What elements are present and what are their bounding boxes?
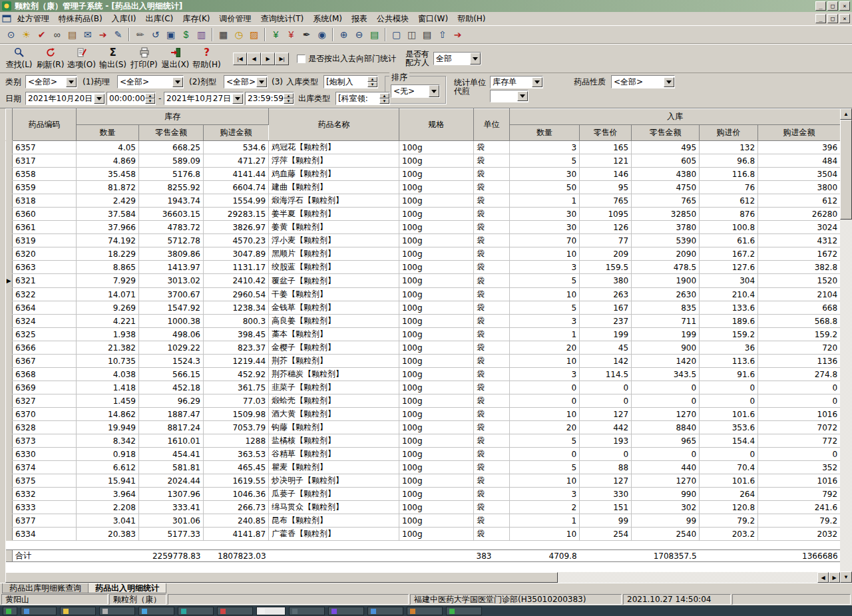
table-cell[interactable]: 10 — [510, 474, 580, 488]
table-row[interactable]: 636621.3821029.22823.37金樱子【颗粒剂】100g袋2045… — [6, 341, 841, 355]
edit-doc-icon[interactable]: ✎ — [110, 27, 126, 42]
table-cell[interactable]: 50 — [510, 181, 580, 194]
table-cell[interactable]: 21.382 — [77, 341, 139, 355]
table-cell[interactable]: 6370 — [13, 408, 77, 421]
table-cell[interactable]: 74.192 — [77, 234, 139, 247]
table-row[interactable]: 63649.2691547.921238.34金钱草【颗粒剂】100g袋5167… — [6, 301, 841, 315]
table-cell[interactable]: 6377 — [13, 514, 77, 528]
table-cell[interactable]: 0 — [758, 381, 840, 394]
table-cell[interactable]: 100g — [399, 421, 474, 434]
table-cell[interactable]: 6328 — [13, 421, 77, 434]
table-cell[interactable]: 100g — [399, 208, 474, 221]
table-cell[interactable]: 10 — [510, 288, 580, 301]
table-cell[interactable]: 6332 — [13, 488, 77, 501]
table-cell[interactable]: 772 — [758, 434, 840, 448]
menu-item[interactable]: 出库(C) — [141, 12, 178, 26]
table-cell[interactable]: 6604.74 — [204, 181, 269, 194]
table-row[interactable]: 637515.9412024.441619.55炒决明子【颗粒剂】100g袋10… — [6, 474, 841, 488]
table-cell[interactable]: 264 — [700, 488, 758, 501]
window-icon[interactable]: ▢ — [389, 27, 404, 42]
drug-property-select[interactable]: <全部> — [611, 75, 675, 88]
table-grid-icon[interactable]: ▦ — [216, 27, 231, 42]
table-cell[interactable]: 6358 — [13, 168, 77, 181]
table-cell[interactable]: 6366 — [13, 341, 77, 355]
table-cell[interactable]: 1270 — [632, 408, 700, 421]
table-cell[interactable]: 100g — [399, 301, 474, 315]
table-cell[interactable]: 1672 — [758, 247, 840, 261]
table-cell[interactable]: 6325 — [13, 328, 77, 341]
table-cell[interactable]: 袋 — [474, 288, 510, 301]
time-to-spinner[interactable]: 23:59:59▲▼ — [245, 92, 294, 105]
table-cell[interactable]: 127 — [580, 408, 632, 421]
table-cell[interactable]: 99 — [632, 514, 700, 528]
table-cell[interactable]: 1095 — [580, 208, 632, 221]
refresh-button[interactable]: 刷新(R) — [35, 45, 66, 72]
table-cell[interactable]: 77 — [580, 234, 632, 247]
table-cell[interactable]: 37.584 — [77, 208, 139, 221]
table-cell[interactable]: 6368 — [13, 368, 77, 381]
table-cell[interactable]: 1547.92 — [139, 301, 204, 315]
table-cell[interactable]: 5 — [510, 434, 580, 448]
table-cell[interactable]: 6363 — [13, 261, 77, 274]
table-row[interactable]: 633420.3835177.334141.87广藿香【颗粒剂】100g袋102… — [6, 528, 841, 541]
drug-property-dropdown-icon[interactable] — [664, 77, 674, 87]
settlement-money-icon[interactable]: $ — [178, 27, 194, 42]
time-to-up-icon[interactable]: ▲ — [284, 93, 294, 98]
table-cell[interactable]: 167.2 — [700, 247, 758, 261]
table-cell[interactable]: 鸡冠花【颗粒剂】 — [269, 141, 399, 154]
table-cell[interactable]: 3504 — [758, 168, 840, 181]
table-cell[interactable]: 100g — [399, 341, 474, 355]
table-cell[interactable]: 袋 — [474, 221, 510, 234]
formula-person-select[interactable]: 全部 — [433, 52, 481, 65]
table-cell[interactable]: 95 — [580, 181, 632, 194]
table-cell[interactable]: 100g — [399, 234, 474, 247]
table-row[interactable]: ▶63217.9293013.022410.42覆盆子【颗粒剂】100g袋538… — [6, 274, 841, 288]
table-cell[interactable]: 100g — [399, 141, 474, 154]
table-cell[interactable]: 274.8 — [758, 368, 840, 381]
table-cell[interactable]: 19.949 — [77, 421, 139, 434]
table-cell[interactable]: 210.4 — [700, 288, 758, 301]
table-cell[interactable]: 6322 — [13, 288, 77, 301]
return-goods-icon[interactable]: ↺ — [148, 27, 163, 42]
hscroll-right-icon[interactable]: ▶ — [829, 572, 840, 583]
table-row[interactable]: 636710.7351524.31219.44荆芥【颗粒剂】100g袋10142… — [6, 355, 841, 368]
vscroll-thumb[interactable] — [840, 120, 852, 220]
table-cell[interactable]: 8.865 — [77, 261, 139, 274]
table-cell[interactable]: 3 — [510, 368, 580, 381]
taskbar-app-3[interactable] — [99, 607, 135, 615]
table-cell[interactable]: 142 — [580, 355, 632, 368]
table-cell[interactable]: 0 — [510, 381, 580, 394]
table-cell[interactable]: 5 — [510, 154, 580, 168]
table-cell[interactable]: 4.05 — [77, 141, 139, 154]
table-cell[interactable]: 990 — [632, 488, 700, 501]
print-small-icon[interactable]: ▤ — [419, 27, 435, 42]
table-cell[interactable]: 100g — [399, 154, 474, 168]
nav-next-button[interactable]: ▶ — [261, 53, 275, 65]
table-cell[interactable]: 100.8 — [700, 221, 758, 234]
table-cell[interactable]: 藁本【颗粒剂】 — [269, 328, 399, 341]
taskbar-app-8[interactable] — [289, 607, 325, 615]
table-cell[interactable]: 100g — [399, 194, 474, 208]
table-cell[interactable]: 35.458 — [77, 168, 139, 181]
table-cell[interactable]: 15.941 — [77, 474, 139, 488]
table-cell[interactable]: 2540 — [632, 528, 700, 541]
table-cell[interactable]: 1619.55 — [204, 474, 269, 488]
table-cell[interactable]: 835 — [632, 301, 700, 315]
table-cell[interactable]: 1270 — [632, 474, 700, 488]
table-cell[interactable]: 605 — [632, 154, 700, 168]
table-row[interactable]: 63684.038566.15452.92荆芥穗炭【颗粒剂】100g袋3114.… — [6, 368, 841, 381]
table-cell[interactable]: 5390 — [632, 234, 700, 247]
table-cell[interactable]: 广藿香【颗粒剂】 — [269, 528, 399, 541]
table-cell[interactable]: 3 — [510, 488, 580, 501]
table-cell[interactable]: 199 — [580, 328, 632, 341]
picture-icon[interactable]: ▨ — [246, 27, 262, 42]
table-cell[interactable]: 765 — [580, 194, 632, 208]
table-cell[interactable]: 159.2 — [700, 328, 758, 341]
nav-first-button[interactable]: |◀ — [233, 53, 247, 65]
table-cell[interactable]: 5712.78 — [139, 234, 204, 247]
table-cell[interactable]: 6334 — [13, 528, 77, 541]
find-button[interactable]: 查找(L) — [3, 45, 35, 72]
table-cell[interactable]: 0 — [758, 448, 840, 461]
table-cell[interactable]: 76 — [700, 181, 758, 194]
table-cell[interactable]: 1887.47 — [139, 408, 204, 421]
